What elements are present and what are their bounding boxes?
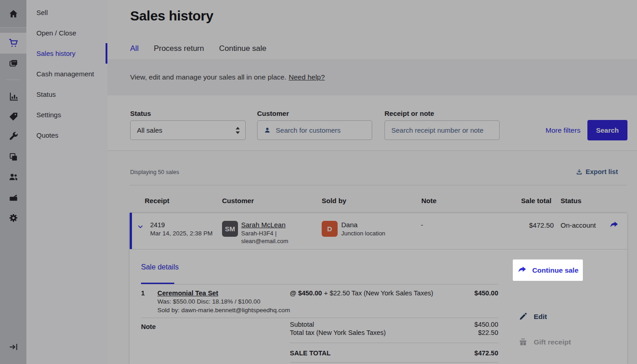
continue-sale-arrow-icon: [517, 265, 527, 275]
continue-sale-label: Continue sale: [532, 266, 579, 274]
dim-overlay: [0, 0, 637, 364]
app-window: Sell Open / Close Sales history Cash man…: [0, 0, 637, 364]
continue-sale-button[interactable]: Continue sale: [513, 259, 583, 281]
